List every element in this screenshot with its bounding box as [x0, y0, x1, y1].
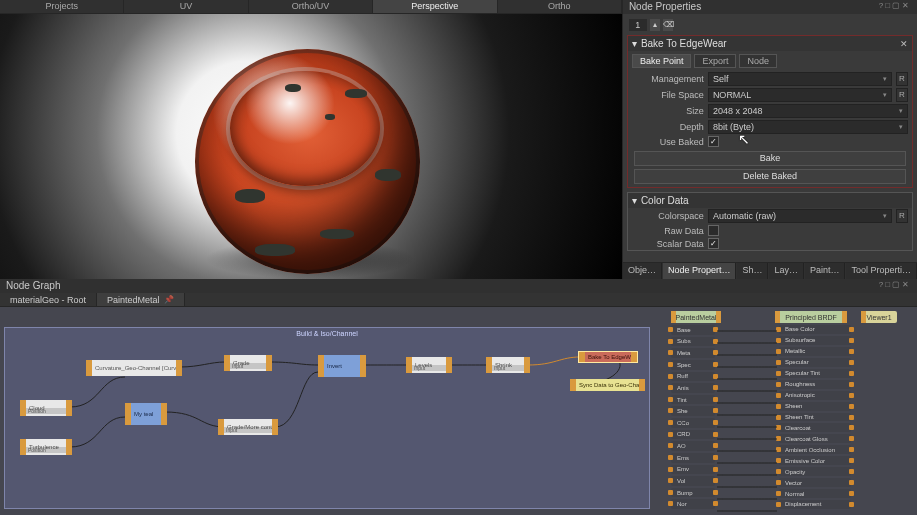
- right-panel-tab-bar: Obje… Node Propert… Sh… Lay… Paint… Tool…: [623, 262, 917, 279]
- chevron-down-icon[interactable]: ▾: [632, 38, 637, 49]
- node-properties-panel: Node Properties ?□▢✕ 1 ▴ ⌫ ▾ Bake To Edg…: [622, 0, 917, 279]
- tab-perspective[interactable]: Perspective: [373, 0, 497, 13]
- subtab-export[interactable]: Export: [694, 54, 736, 68]
- chevron-down-icon[interactable]: ▾: [632, 195, 637, 206]
- rptab-paint[interactable]: Paint…: [805, 263, 846, 279]
- bake-button[interactable]: Bake: [634, 151, 906, 166]
- colorspace-label: Colorspace: [632, 211, 704, 221]
- node-levels[interactable]: Levels Input: [406, 357, 452, 373]
- node-grade[interactable]: Grade Input: [224, 355, 272, 371]
- size-label: Size: [632, 106, 704, 116]
- management-dropdown[interactable]: Self▾: [708, 72, 892, 86]
- rptab-tool-properties[interactable]: Tool Properti…: [846, 263, 917, 279]
- subtab-bake-point[interactable]: Bake Point: [632, 54, 692, 68]
- viewport-tab-bar: Projects UV Ortho/UV Perspective Ortho: [0, 0, 622, 14]
- ngtab-paintedmetal[interactable]: PaintedMetal📌: [97, 293, 185, 306]
- panel-window-controls[interactable]: ?□▢✕: [879, 1, 911, 13]
- node-mixteal[interactable]: My teal: [125, 403, 167, 425]
- node-cloud[interactable]: Cloud Position: [20, 400, 72, 416]
- ngtab-root[interactable]: materialGeo - Root: [0, 293, 97, 306]
- property-index-stepper[interactable]: 1 ▴ ⌫: [629, 19, 913, 31]
- pin-icon[interactable]: 📌: [164, 293, 174, 307]
- colordata-title: Color Data: [641, 195, 689, 206]
- tab-uv[interactable]: UV: [124, 0, 248, 13]
- rptab-objects[interactable]: Obje…: [623, 263, 662, 279]
- rptab-layers[interactable]: Lay…: [769, 263, 804, 279]
- tab-ortho[interactable]: Ortho: [498, 0, 622, 13]
- node-shrink[interactable]: Shrink Input: [486, 357, 530, 373]
- close-icon[interactable]: ✕: [900, 39, 908, 49]
- shader-viewer[interactable]: Viewer1: [861, 311, 897, 323]
- subtab-node[interactable]: Node: [739, 54, 777, 68]
- bake-group: ▾ Bake To EdgeWear ✕ Bake Point Export N…: [627, 35, 913, 188]
- tab-orthouv[interactable]: Ortho/UV: [249, 0, 373, 13]
- rawdata-checkbox[interactable]: [708, 225, 719, 236]
- rptab-node-properties[interactable]: Node Propert…: [663, 263, 737, 279]
- stepper-up[interactable]: ▴: [650, 19, 660, 31]
- viewport-3d[interactable]: [0, 14, 622, 279]
- rawdata-label: Raw Data: [632, 226, 704, 236]
- nodegraph-title: Node Graph: [6, 280, 60, 292]
- shader-header-material[interactable]: PaintedMetal: [671, 311, 721, 323]
- management-reset[interactable]: R: [896, 72, 908, 86]
- delete-baked-button[interactable]: Delete Baked: [634, 169, 906, 184]
- node-bake-edgewear[interactable]: Bake To EdgeWear: [578, 351, 638, 363]
- node-curvature[interactable]: Curvature_Geo-Channel [Curvature]: [86, 360, 182, 376]
- usebaked-checkbox[interactable]: ✓: [708, 136, 719, 147]
- filespace-label: File Space: [632, 90, 704, 100]
- filespace-dropdown[interactable]: NORMAL▾: [708, 88, 892, 102]
- node-sync-geochannel[interactable]: Sync Data to Geo-Channel: [570, 379, 645, 391]
- node-grade-more-contrast[interactable]: Grade/More contrast Input: [218, 419, 278, 435]
- stepper-clear[interactable]: ⌫: [663, 19, 673, 31]
- stepper-value[interactable]: 1: [629, 19, 647, 31]
- node-turbulence[interactable]: Turbulence Position: [20, 439, 72, 455]
- management-label: Management: [632, 74, 704, 84]
- scalardata-label: Scalar Data: [632, 239, 704, 249]
- nodegraph-canvas[interactable]: Build & Iso/Channel Curvature_Geo-Channe…: [0, 307, 917, 515]
- tab-projects[interactable]: Projects: [0, 0, 124, 13]
- usebaked-label: Use Baked: [632, 137, 704, 147]
- node-properties-title: Node Properties: [629, 1, 701, 13]
- size-dropdown[interactable]: 2048 x 2048▾: [708, 104, 908, 118]
- panel-window-controls[interactable]: ?□▢✕: [879, 280, 911, 292]
- colorspace-dropdown[interactable]: Automatic (raw)▾: [708, 209, 892, 223]
- scalardata-checkbox[interactable]: ✓: [708, 238, 719, 249]
- shader-block: BaseSubsMetaSpecRuffAnisTintSheCCoCRDAOE…: [671, 325, 911, 509]
- depth-label: Depth: [632, 122, 704, 132]
- colorspace-reset[interactable]: R: [896, 209, 908, 223]
- depth-dropdown[interactable]: 8bit (Byte)▾: [708, 120, 908, 134]
- bake-group-title: Bake To EdgeWear: [641, 38, 727, 49]
- colordata-group: ▾ Color Data Colorspace Automatic (raw)▾…: [627, 192, 913, 251]
- node-invert[interactable]: Invert: [318, 355, 366, 377]
- rptab-shaders[interactable]: Sh…: [737, 263, 768, 279]
- filespace-reset[interactable]: R: [896, 88, 908, 102]
- shader-header-brdf[interactable]: Principled BRDF: [775, 311, 847, 323]
